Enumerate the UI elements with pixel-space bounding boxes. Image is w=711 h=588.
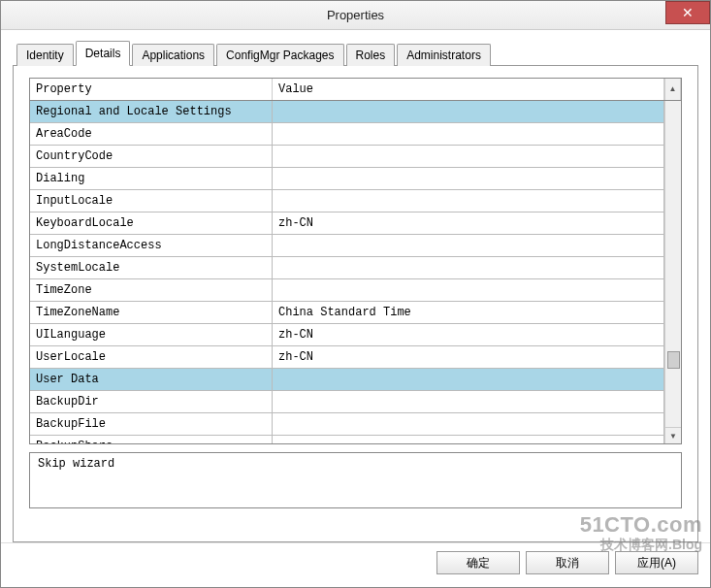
grid-row[interactable]: KeyboardLocalezh-CN (30, 212, 664, 235)
details-panel: Property Value ▲ Regional and Locale Set… (13, 65, 698, 542)
grid-body: Regional and Locale SettingsAreaCodeCoun… (30, 101, 681, 443)
value-cell[interactable] (273, 190, 664, 212)
header-value[interactable]: Value (273, 79, 664, 100)
value-cell[interactable] (273, 436, 664, 443)
tab-details[interactable]: Details (76, 41, 131, 66)
property-cell: User Data (30, 369, 273, 390)
close-button[interactable]: ✕ (665, 1, 710, 24)
property-cell: LongDistanceAccess (30, 235, 273, 256)
scroll-down-button[interactable]: ▼ (665, 427, 681, 443)
property-cell: UILanguage (30, 324, 273, 345)
window-titlebar: Properties ✕ (1, 1, 710, 30)
grid-row[interactable]: LongDistanceAccess (30, 235, 664, 257)
scroll-up-button[interactable]: ▲ (664, 79, 681, 100)
grid-row[interactable]: BackupFile (30, 413, 664, 436)
dialog-content: Identity Details Applications ConfigMgr … (1, 30, 710, 542)
scrollbar-thumb[interactable] (667, 351, 680, 369)
grid-row[interactable]: TimeZoneNameChina Standard Time (30, 302, 664, 324)
value-cell[interactable] (273, 146, 664, 167)
value-cell[interactable] (273, 279, 664, 301)
property-cell: BackupDir (30, 391, 273, 412)
grid-row[interactable]: SystemLocale (30, 257, 664, 279)
grid-row[interactable]: CountryCode (30, 146, 664, 168)
value-cell[interactable] (273, 235, 664, 256)
tab-roles[interactable]: Roles (346, 44, 396, 66)
value-cell[interactable] (273, 257, 664, 278)
property-cell: CountryCode (30, 146, 273, 167)
grid-row[interactable]: TimeZone (30, 279, 664, 302)
window-title: Properties (327, 8, 384, 22)
property-cell: UserLocale (30, 346, 273, 368)
property-cell: TimeZone (30, 279, 273, 301)
property-cell: BackupFile (30, 413, 273, 435)
grid-group-row[interactable]: Regional and Locale Settings (30, 101, 664, 123)
grid-row[interactable]: InputLocale (30, 190, 664, 212)
value-cell[interactable]: China Standard Time (273, 302, 664, 323)
tab-strip: Identity Details Applications ConfigMgr … (16, 40, 698, 65)
value-cell (273, 101, 664, 122)
grid-group-row[interactable]: User Data (30, 369, 664, 391)
vertical-scrollbar[interactable]: ▼ (664, 101, 681, 443)
property-cell: SystemLocale (30, 257, 273, 278)
value-cell[interactable] (273, 123, 664, 145)
property-cell: BackupShare (30, 436, 273, 443)
value-cell (273, 369, 664, 390)
grid-row[interactable]: BackupDir (30, 391, 664, 413)
value-cell[interactable]: zh-CN (273, 346, 664, 368)
property-cell: AreaCode (30, 123, 273, 145)
close-icon: ✕ (682, 5, 694, 20)
property-cell: InputLocale (30, 190, 273, 212)
property-cell: KeyboardLocale (30, 212, 273, 234)
grid-header: Property Value ▲ (30, 79, 681, 101)
property-grid: Property Value ▲ Regional and Locale Set… (29, 78, 682, 444)
value-cell[interactable] (273, 168, 664, 189)
tab-applications[interactable]: Applications (132, 44, 214, 66)
tab-identity[interactable]: Identity (16, 44, 74, 66)
property-cell: Dialing (30, 168, 273, 189)
description-box: Skip wizard (29, 452, 682, 508)
apply-button[interactable]: 应用(A) (615, 551, 698, 574)
dialog-button-row: 确定 取消 应用(A) (1, 542, 710, 584)
value-cell[interactable] (273, 391, 664, 412)
tab-configmgr-packages[interactable]: ConfigMgr Packages (216, 44, 343, 66)
header-property[interactable]: Property (30, 79, 273, 100)
ok-button[interactable]: 确定 (436, 551, 520, 574)
grid-row[interactable]: BackupShare (30, 436, 664, 443)
value-cell[interactable]: zh-CN (273, 212, 664, 234)
grid-row[interactable]: Dialing (30, 168, 664, 190)
property-cell: Regional and Locale Settings (30, 101, 273, 122)
grid-row[interactable]: UserLocalezh-CN (30, 346, 664, 369)
cancel-button[interactable]: 取消 (526, 551, 609, 574)
description-text: Skip wizard (38, 457, 114, 471)
tab-administrators[interactable]: Administrators (397, 44, 491, 66)
value-cell[interactable]: zh-CN (273, 324, 664, 345)
grid-row[interactable]: AreaCode (30, 123, 664, 146)
value-cell[interactable] (273, 413, 664, 435)
grid-row[interactable]: UILanguagezh-CN (30, 324, 664, 346)
property-cell: TimeZoneName (30, 302, 273, 323)
